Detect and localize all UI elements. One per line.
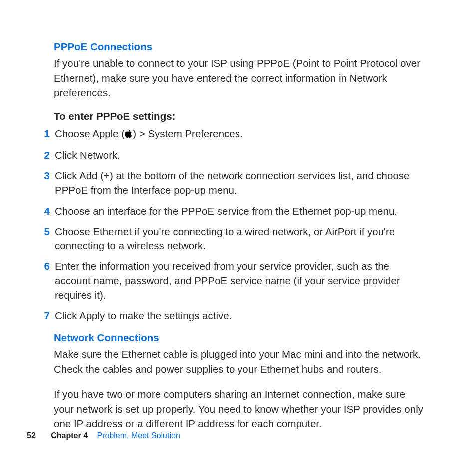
step-6: 6 Enter the information you received fro… xyxy=(54,259,426,302)
chapter-label: Chapter 4 xyxy=(51,431,88,440)
step-7: 7 Click Apply to make the settings activ… xyxy=(54,308,426,323)
step-number: 6 xyxy=(40,259,50,273)
paragraph-net-2: If you have two or more computers sharin… xyxy=(54,387,426,431)
step-text: Click Apply to make the settings active. xyxy=(55,308,426,323)
step-text: Choose Apple () > System Preferences. xyxy=(55,126,426,142)
step-1-post: ) > System Preferences. xyxy=(133,128,242,139)
step-text: Choose an interface for the PPPoE servic… xyxy=(55,204,426,218)
step-1-pre: Choose Apple ( xyxy=(55,128,125,139)
page-number: 52 xyxy=(27,431,36,440)
step-number: 4 xyxy=(40,204,50,218)
step-text: Enter the information you received from … xyxy=(55,259,426,302)
page: PPPoE Connections If you're unable to co… xyxy=(0,0,476,476)
apple-logo-icon xyxy=(125,127,133,142)
steps-list: 1 Choose Apple () > System Preferences. … xyxy=(54,126,426,323)
subheading-enter-pppoe: To enter PPPoE settings: xyxy=(54,110,426,122)
step-number: 5 xyxy=(40,224,50,238)
heading-network-connections: Network Connections xyxy=(54,332,426,344)
step-3: 3 Click Add (+) at the bottom of the net… xyxy=(54,168,426,197)
paragraph-pppoe-intro: If you're unable to connect to your ISP … xyxy=(54,56,426,100)
step-number: 1 xyxy=(40,126,50,141)
section-pppoe: PPPoE Connections If you're unable to co… xyxy=(54,41,426,323)
step-text: Click Network. xyxy=(55,148,426,162)
step-text: Click Add (+) at the bottom of the netwo… xyxy=(55,168,426,197)
chapter-title: Problem, Meet Solution xyxy=(97,431,180,440)
section-network-connections: Network Connections Make sure the Ethern… xyxy=(54,332,426,431)
step-1: 1 Choose Apple () > System Preferences. xyxy=(54,126,426,142)
step-4: 4 Choose an interface for the PPPoE serv… xyxy=(54,204,426,218)
step-5: 5 Choose Ethernet if you're connecting t… xyxy=(54,224,426,253)
step-number: 7 xyxy=(40,308,50,323)
page-footer: 52 Chapter 4 Problem, Meet Solution xyxy=(27,431,180,440)
step-2: 2 Click Network. xyxy=(54,148,426,162)
step-number: 2 xyxy=(40,148,50,162)
paragraph-net-1: Make sure the Ethernet cable is plugged … xyxy=(54,347,426,376)
heading-pppoe-connections: PPPoE Connections xyxy=(54,41,426,53)
step-text: Choose Ethernet if you're connecting to … xyxy=(55,224,426,253)
step-number: 3 xyxy=(40,168,50,183)
